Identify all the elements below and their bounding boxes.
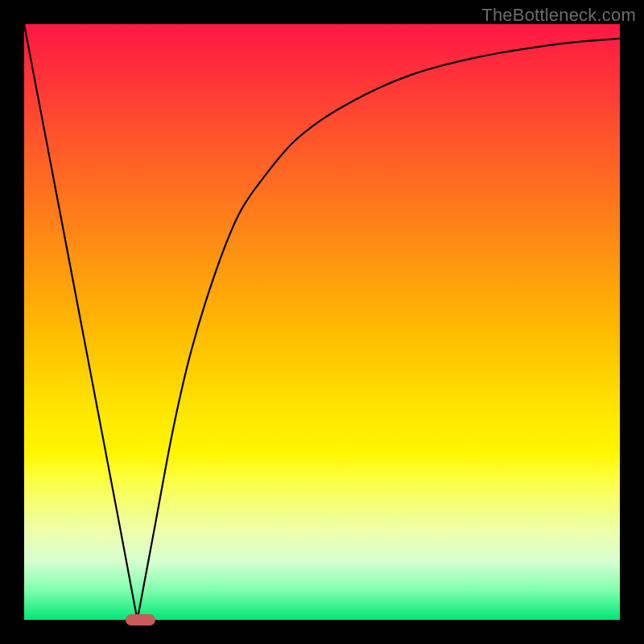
curve-svg [24, 24, 620, 620]
bottleneck-curve [24, 24, 620, 620]
plot-area [24, 24, 620, 620]
target-marker [126, 614, 155, 625]
watermark-text: TheBottleneck.com [481, 5, 636, 26]
chart-container: TheBottleneck.com [0, 0, 644, 644]
